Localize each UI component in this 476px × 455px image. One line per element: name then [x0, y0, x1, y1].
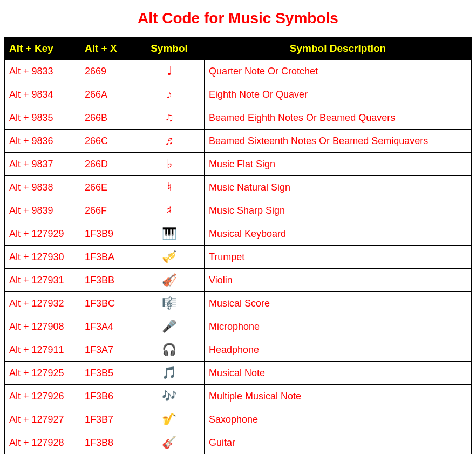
cell-altx: 266E — [80, 176, 134, 199]
cell-symbol: ♩ — [134, 60, 205, 83]
cell-altkey: Alt + 127930 — [5, 246, 80, 269]
cell-altx: 1F3B9 — [80, 222, 134, 246]
cell-altkey: Alt + 9838 — [5, 176, 80, 199]
table-row: Alt + 1279271F3B7🎷Saxophone — [5, 408, 472, 431]
cell-altx: 2669 — [80, 60, 134, 83]
cell-altx: 266A — [80, 83, 134, 106]
cell-altx: 1F3BC — [80, 292, 134, 315]
cell-altkey: Alt + 9833 — [5, 60, 80, 83]
cell-symbol: 🎻 — [134, 269, 205, 292]
cell-desc: Trumpet — [205, 246, 472, 269]
cell-altkey: Alt + 127926 — [5, 385, 80, 408]
cell-symbol: 🎼 — [134, 292, 205, 315]
cell-altkey: Alt + 127925 — [5, 362, 80, 385]
table-row: Alt + 9839266F♯Music Sharp Sign — [5, 199, 472, 222]
page-title: Alt Code for Music Symbols — [4, 10, 472, 27]
cell-symbol: 🎵 — [134, 362, 205, 385]
header-altx: Alt + X — [80, 37, 134, 60]
cell-desc: Eighth Note Or Quaver — [205, 83, 472, 106]
cell-desc: Musical Note — [205, 362, 472, 385]
cell-altkey: Alt + 127931 — [5, 269, 80, 292]
table-row: Alt + 98332669♩Quarter Note Or Crotchet — [5, 60, 472, 83]
cell-altx: 266D — [80, 153, 134, 176]
table-header-row: Alt + Key Alt + X Symbol Symbol Descript… — [5, 37, 472, 60]
cell-symbol: 🎶 — [134, 385, 205, 408]
table-row: Alt + 1279081F3A4🎤Microphone — [5, 315, 472, 338]
cell-desc: Violin — [205, 269, 472, 292]
cell-altx: 1F3A4 — [80, 315, 134, 338]
header-altkey: Alt + Key — [5, 37, 80, 60]
table-row: Alt + 1279291F3B9🎹Musical Keyboard — [5, 222, 472, 246]
cell-symbol: ♬ — [134, 130, 205, 153]
cell-desc: Saxophone — [205, 408, 472, 431]
table-row: Alt + 9838266E♮Music Natural Sign — [5, 176, 472, 199]
cell-desc: Microphone — [205, 315, 472, 338]
cell-desc: Headphone — [205, 338, 472, 362]
cell-altkey: Alt + 127929 — [5, 222, 80, 246]
cell-symbol: 🎺 — [134, 246, 205, 269]
cell-altkey: Alt + 9836 — [5, 130, 80, 153]
alt-code-table: Alt + Key Alt + X Symbol Symbol Descript… — [4, 37, 472, 454]
cell-desc: Music Flat Sign — [205, 153, 472, 176]
cell-desc: Musical Score — [205, 292, 472, 315]
cell-altkey: Alt + 9834 — [5, 83, 80, 106]
cell-symbol: 🎹 — [134, 222, 205, 246]
cell-altkey: Alt + 127911 — [5, 338, 80, 362]
cell-altkey: Alt + 9839 — [5, 199, 80, 222]
cell-altkey: Alt + 127928 — [5, 431, 80, 454]
cell-desc: Music Natural Sign — [205, 176, 472, 199]
cell-altx: 266C — [80, 130, 134, 153]
cell-symbol: ♭ — [134, 153, 205, 176]
table-row: Alt + 9835266B♫Beamed Eighth Notes Or Be… — [5, 106, 472, 130]
cell-desc: Beamed Eighth Notes Or Beamed Quavers — [205, 106, 472, 130]
cell-symbol: ♪ — [134, 83, 205, 106]
cell-desc: Quarter Note Or Crotchet — [205, 60, 472, 83]
table-row: Alt + 1279261F3B6🎶Multiple Musical Note — [5, 385, 472, 408]
cell-altx: 1F3BA — [80, 246, 134, 269]
table-row: Alt + 1279111F3A7🎧Headphone — [5, 338, 472, 362]
cell-symbol: 🎧 — [134, 338, 205, 362]
table-row: Alt + 1279321F3BC🎼Musical Score — [5, 292, 472, 315]
cell-symbol: ♯ — [134, 199, 205, 222]
cell-altkey: Alt + 127932 — [5, 292, 80, 315]
cell-desc: Musical Keyboard — [205, 222, 472, 246]
cell-altx: 1F3B5 — [80, 362, 134, 385]
cell-altx: 1F3A7 — [80, 338, 134, 362]
table-row: Alt + 1279301F3BA🎺Trumpet — [5, 246, 472, 269]
cell-symbol: ♫ — [134, 106, 205, 130]
header-desc: Symbol Description — [205, 37, 472, 60]
cell-altx: 1F3B6 — [80, 385, 134, 408]
cell-desc: Multiple Musical Note — [205, 385, 472, 408]
table-row: Alt + 9834266A♪Eighth Note Or Quaver — [5, 83, 472, 106]
table-row: Alt + 9836266C♬Beamed Sixteenth Notes Or… — [5, 130, 472, 153]
cell-desc: Guitar — [205, 431, 472, 454]
table-row: Alt + 1279281F3B8🎸Guitar — [5, 431, 472, 454]
cell-altkey: Alt + 9835 — [5, 106, 80, 130]
table-row: Alt + 9837266D♭Music Flat Sign — [5, 153, 472, 176]
table-row: Alt + 1279311F3BB🎻Violin — [5, 269, 472, 292]
cell-desc: Beamed Sixteenth Notes Or Beamed Semiqua… — [205, 130, 472, 153]
cell-altx: 1F3B7 — [80, 408, 134, 431]
header-symbol: Symbol — [134, 37, 205, 60]
cell-altx: 266B — [80, 106, 134, 130]
table-row: Alt + 1279251F3B5🎵Musical Note — [5, 362, 472, 385]
cell-altx: 266F — [80, 199, 134, 222]
cell-altkey: Alt + 127908 — [5, 315, 80, 338]
cell-symbol: ♮ — [134, 176, 205, 199]
cell-symbol: 🎤 — [134, 315, 205, 338]
cell-symbol: 🎷 — [134, 408, 205, 431]
cell-altkey: Alt + 127927 — [5, 408, 80, 431]
cell-altx: 1F3BB — [80, 269, 134, 292]
cell-altkey: Alt + 9837 — [5, 153, 80, 176]
cell-symbol: 🎸 — [134, 431, 205, 454]
cell-desc: Music Sharp Sign — [205, 199, 472, 222]
cell-altx: 1F3B8 — [80, 431, 134, 454]
